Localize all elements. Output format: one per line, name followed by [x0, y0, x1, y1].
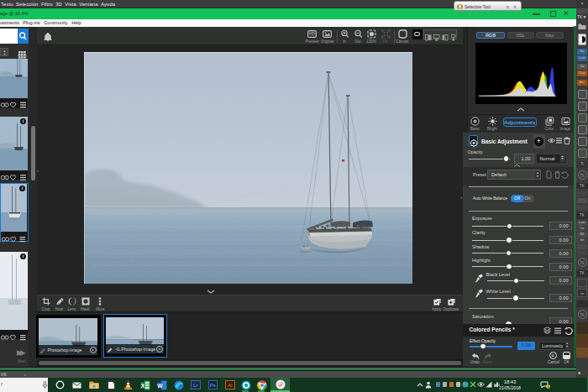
- svg-text:W: W: [157, 382, 163, 388]
- svg-text:X: X: [141, 382, 145, 388]
- svg-text:HD: HD: [309, 31, 316, 36]
